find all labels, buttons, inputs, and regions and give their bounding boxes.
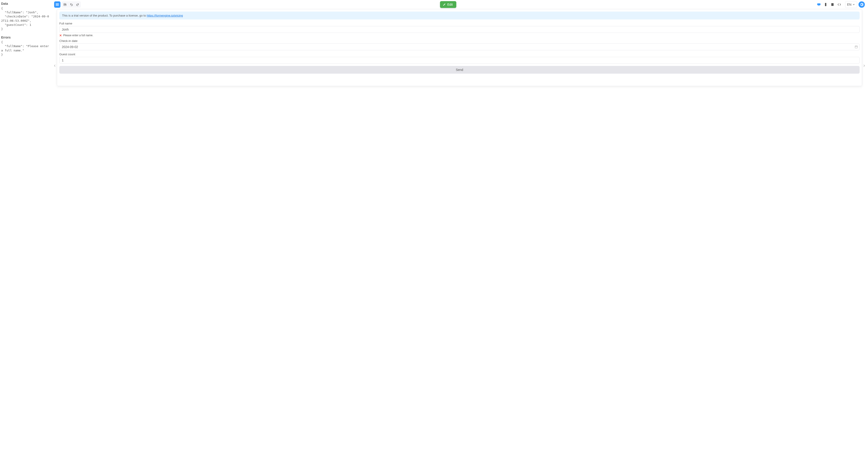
chevron-left-icon bbox=[54, 64, 56, 67]
tablet-view-button[interactable] bbox=[829, 1, 836, 8]
pencil-icon bbox=[443, 3, 446, 6]
tablet-icon bbox=[831, 3, 834, 6]
svg-rect-1 bbox=[818, 5, 819, 6]
send-button[interactable]: Send bbox=[59, 66, 860, 73]
gear-icon bbox=[860, 3, 864, 6]
checkin-label: Check-in date bbox=[59, 39, 860, 42]
svg-rect-0 bbox=[817, 3, 820, 5]
trial-banner: This is a trial version of the product. … bbox=[59, 11, 860, 20]
toolbar: Edit bbox=[53, 0, 866, 9]
guestcount-input[interactable] bbox=[59, 57, 860, 64]
edit-button[interactable]: Edit bbox=[440, 1, 456, 8]
errors-heading: Errors bbox=[1, 36, 50, 39]
fullname-error-text: Please enter a full name. bbox=[63, 34, 93, 37]
desktop-icon bbox=[817, 3, 821, 6]
settings-button[interactable] bbox=[859, 1, 865, 8]
form-canvas: This is a trial version of the product. … bbox=[57, 9, 862, 86]
mobile-icon bbox=[824, 3, 828, 6]
chevron-down-icon bbox=[852, 3, 855, 6]
code-icon bbox=[837, 3, 841, 6]
data-json: { "fullName": "Jonh", "checkinDate": "20… bbox=[1, 6, 50, 31]
fullname-input[interactable] bbox=[59, 26, 860, 33]
checkin-input[interactable] bbox=[59, 43, 860, 50]
trial-banner-text: This is a trial version of the product. … bbox=[62, 14, 147, 17]
fullname-group: Full name ✕ Please enter a full name. bbox=[59, 22, 860, 37]
redo-icon bbox=[76, 3, 79, 6]
mobile-view-button[interactable] bbox=[823, 1, 829, 8]
undo-icon bbox=[70, 3, 73, 6]
fullname-label: Full name bbox=[59, 22, 860, 25]
data-sidebar: Data { "fullName": "Jonh", "checkinDate"… bbox=[0, 0, 51, 450]
next-page-button[interactable] bbox=[863, 9, 866, 86]
undo-button[interactable] bbox=[68, 1, 74, 8]
language-select-label: EN bbox=[847, 3, 851, 6]
svg-rect-2 bbox=[825, 3, 826, 6]
error-x-icon: ✕ bbox=[59, 34, 62, 37]
guestcount-label: Guest count bbox=[59, 53, 860, 56]
chevron-right-icon bbox=[863, 64, 866, 67]
redo-button[interactable] bbox=[74, 1, 81, 8]
checkin-group: Check-in date bbox=[59, 39, 860, 50]
language-select[interactable]: EN bbox=[845, 1, 857, 8]
guestcount-group: Guest count bbox=[59, 53, 860, 64]
save-icon bbox=[63, 3, 67, 6]
menu-button[interactable] bbox=[54, 1, 60, 8]
errors-json: { "fullName": "Please enter a full name.… bbox=[1, 40, 50, 57]
calendar-icon bbox=[855, 45, 858, 49]
fullname-error: ✕ Please enter a full name. bbox=[59, 34, 860, 37]
menu-icon bbox=[56, 3, 59, 6]
prev-page-button[interactable] bbox=[53, 9, 56, 86]
code-view-button[interactable] bbox=[836, 1, 842, 8]
save-button[interactable] bbox=[62, 1, 68, 8]
data-heading: Data bbox=[1, 2, 50, 5]
edit-button-label: Edit bbox=[447, 3, 453, 6]
main-area: Edit bbox=[51, 0, 868, 450]
svg-rect-4 bbox=[855, 46, 858, 48]
svg-rect-3 bbox=[831, 3, 834, 6]
desktop-view-button[interactable] bbox=[816, 1, 822, 8]
calendar-button[interactable] bbox=[855, 45, 858, 49]
trial-banner-link[interactable]: https://formengine.io/pricing bbox=[147, 14, 183, 17]
